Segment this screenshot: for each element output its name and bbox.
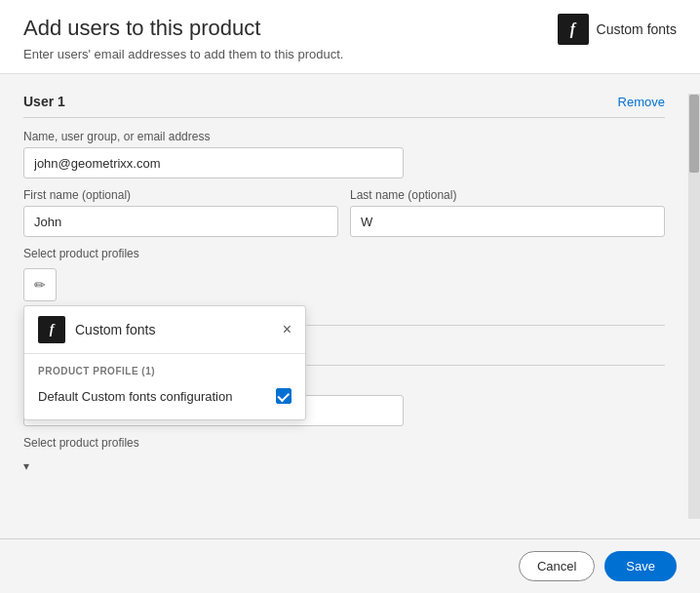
- main-container: Add users to this product Enter users' e…: [0, 0, 700, 593]
- user1-email-input[interactable]: [23, 147, 404, 178]
- chevron-down-icon: ▾: [23, 459, 29, 473]
- lastname-label: Last name (optional): [350, 188, 665, 202]
- user2-profiles-label: Select product profiles: [23, 436, 665, 450]
- email-label: Name, user group, or email address: [23, 130, 665, 143]
- popup-header: f Custom fonts ×: [24, 306, 305, 354]
- page-subtitle: Enter users' email addresses to add them…: [23, 47, 677, 61]
- user1-label: User 1: [23, 94, 65, 109]
- popup-card: f Custom fonts × PRODUCT PROFILE (1) Def…: [23, 305, 306, 420]
- firstname-col: First name (optional): [23, 188, 338, 237]
- profile-selector: ✏ f Custom fonts ×: [23, 268, 57, 301]
- scrollbar-thumb[interactable]: [689, 95, 699, 173]
- cancel-button[interactable]: Cancel: [519, 551, 595, 581]
- profile-section-label: PRODUCT PROFILE (1): [38, 366, 292, 376]
- user1-section: User 1 Remove Name, user group, or email…: [23, 94, 665, 301]
- profiles-dropdown-button[interactable]: ▾: [23, 459, 29, 473]
- profile-popup: f Custom fonts × PRODUCT PROFILE (1) Def…: [23, 305, 306, 420]
- custom-fonts-badge: f Custom fonts: [558, 14, 677, 45]
- profile-edit-button[interactable]: ✏: [23, 268, 57, 301]
- font-icon: f: [558, 14, 589, 45]
- user2-profiles-row: Select product profiles ▾: [23, 436, 665, 473]
- profile-item: Default Custom fonts configuration: [38, 384, 292, 408]
- remove-button[interactable]: Remove: [618, 95, 665, 109]
- popup-title: Custom fonts: [75, 322, 273, 337]
- popup-font-icon: f: [38, 316, 65, 343]
- footer: Cancel Save: [0, 538, 700, 593]
- header: Add users to this product Enter users' e…: [0, 0, 700, 74]
- user1-firstname-input[interactable]: [23, 206, 338, 237]
- user1-lastname-input[interactable]: [350, 206, 665, 237]
- name-row: First name (optional) Last name (optiona…: [23, 188, 665, 237]
- firstname-label: First name (optional): [23, 188, 338, 202]
- scrollbar-track[interactable]: [688, 94, 700, 519]
- badge-label: Custom fonts: [597, 21, 677, 37]
- pencil-icon: ✏: [34, 277, 46, 293]
- profiles-label: Select product profiles: [23, 247, 665, 260]
- profile-checkbox[interactable]: [276, 388, 292, 404]
- lastname-col: Last name (optional): [350, 188, 665, 237]
- content-area: User 1 Remove Name, user group, or email…: [0, 74, 700, 538]
- content-inner: User 1 Remove Name, user group, or email…: [23, 94, 688, 519]
- profile-item-label: Default Custom fonts configuration: [38, 389, 232, 404]
- profile-section: PRODUCT PROFILE (1) Default Custom fonts…: [24, 354, 305, 419]
- save-button[interactable]: Save: [604, 551, 677, 581]
- popup-close-button[interactable]: ×: [283, 322, 292, 337]
- user1-header: User 1 Remove: [23, 94, 665, 118]
